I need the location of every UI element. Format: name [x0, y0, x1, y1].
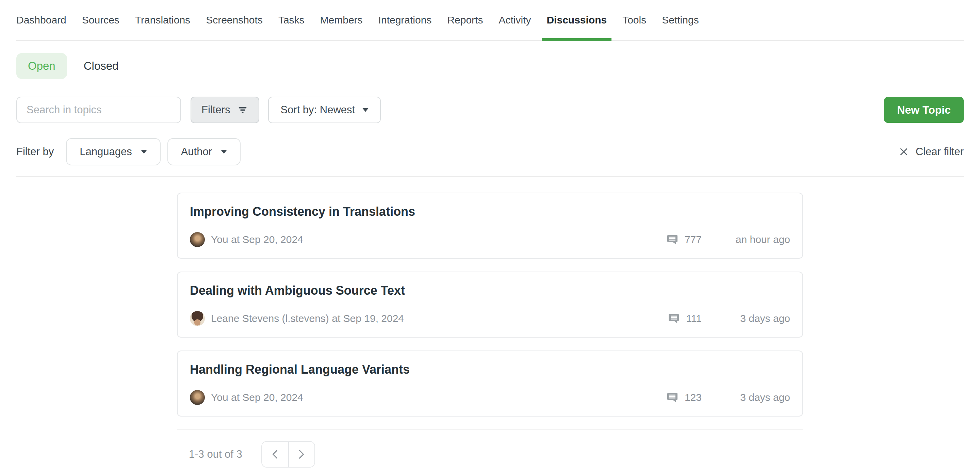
discussion-card[interactable]: Improving Consistency in Translations Yo…	[177, 192, 803, 259]
sort-button-label: Sort by: Newest	[280, 104, 355, 116]
prev-page-button[interactable]	[262, 442, 288, 467]
author-line: You at Sep 20, 2024	[211, 392, 666, 403]
nav-item-screenshots[interactable]: Screenshots	[206, 0, 263, 40]
chevron-right-icon	[298, 450, 305, 459]
languages-dropdown[interactable]: Languages	[66, 138, 160, 165]
author-dropdown[interactable]: Author	[167, 138, 240, 165]
comment-count-group: 777	[666, 234, 702, 246]
nav-item-tasks[interactable]: Tasks	[278, 0, 305, 40]
caret-down-icon	[363, 108, 369, 112]
top-nav: Dashboard Sources Translations Screensho…	[16, 0, 964, 41]
last-activity-time: an hour ago	[715, 234, 790, 245]
clear-filter-button[interactable]: Clear filter	[899, 146, 964, 158]
discussion-meta: Leane Stevens (l.stevens) at Sep 19, 202…	[190, 311, 790, 326]
filters-button-label: Filters	[202, 104, 230, 116]
avatar	[190, 232, 205, 247]
discussion-title[interactable]: Dealing with Ambiguous Source Text	[190, 283, 790, 299]
nav-item-members[interactable]: Members	[320, 0, 363, 40]
discussions-page: Dashboard Sources Translations Screensho…	[0, 0, 980, 467]
status-tabs: Open Closed	[16, 53, 964, 79]
tab-open[interactable]: Open	[16, 53, 67, 79]
new-topic-button[interactable]: New Topic	[884, 97, 964, 123]
nav-item-activity[interactable]: Activity	[498, 0, 531, 40]
pager-group	[261, 441, 315, 467]
nav-item-integrations[interactable]: Integrations	[379, 0, 432, 40]
close-icon	[899, 147, 909, 157]
tab-open-label: Open	[28, 60, 56, 73]
caret-down-icon	[141, 150, 147, 154]
nav-item-reports[interactable]: Reports	[447, 0, 483, 40]
last-activity-time: 3 days ago	[715, 392, 790, 403]
next-page-button[interactable]	[288, 442, 314, 467]
comment-icon	[666, 391, 679, 404]
filters-button[interactable]: Filters	[191, 97, 259, 123]
author-line: You at Sep 20, 2024	[211, 234, 666, 245]
nav-item-tools[interactable]: Tools	[622, 0, 646, 40]
comment-count: 777	[685, 234, 702, 245]
pagination: 1-3 out of 3	[177, 441, 803, 467]
list-footer-divider	[177, 429, 803, 430]
comment-count: 123	[685, 392, 702, 403]
nav-item-translations[interactable]: Translations	[135, 0, 190, 40]
avatar	[190, 311, 205, 326]
discussion-meta: You at Sep 20, 2024 123 3 days a	[190, 390, 790, 405]
discussion-title[interactable]: Improving Consistency in Translations	[190, 203, 790, 220]
nav-item-discussions[interactable]: Discussions	[546, 0, 607, 40]
discussion-list: Improving Consistency in Translations Yo…	[177, 192, 803, 467]
toolbar: Filters Sort by: Newest New Topic	[16, 97, 964, 123]
filter-by-label: Filter by	[16, 146, 54, 158]
tab-closed[interactable]: Closed	[84, 60, 119, 73]
author-line: Leane Stevens (l.stevens) at Sep 19, 202…	[211, 313, 668, 324]
discussion-title[interactable]: Handling Regional Language Variants	[190, 361, 790, 378]
sort-button[interactable]: Sort by: Newest	[268, 97, 381, 123]
comment-count-group: 111	[668, 312, 702, 325]
comment-icon	[668, 312, 680, 325]
filter-lines-icon	[237, 104, 248, 116]
section-divider	[16, 176, 964, 177]
author-dropdown-label: Author	[181, 146, 212, 158]
discussion-meta: You at Sep 20, 2024 777 an hour	[190, 232, 790, 247]
clear-filter-label: Clear filter	[916, 146, 964, 158]
search-input[interactable]	[16, 97, 181, 123]
nav-item-sources[interactable]: Sources	[82, 0, 119, 40]
discussion-card[interactable]: Dealing with Ambiguous Source Text Leane…	[177, 272, 803, 338]
comment-count-group: 123	[666, 391, 702, 404]
discussion-card[interactable]: Handling Regional Language Variants You …	[177, 351, 803, 416]
avatar	[190, 390, 205, 405]
tab-closed-label: Closed	[84, 60, 119, 72]
comment-count: 111	[686, 313, 702, 324]
page-summary: 1-3 out of 3	[189, 448, 242, 461]
filter-bar: Filter by Languages Author	[16, 138, 964, 165]
comment-icon	[666, 234, 679, 246]
nav-item-settings[interactable]: Settings	[662, 0, 698, 40]
last-activity-time: 3 days ago	[715, 313, 790, 324]
caret-down-icon	[221, 150, 227, 154]
chevron-left-icon	[271, 450, 279, 459]
languages-dropdown-label: Languages	[80, 146, 132, 158]
nav-item-dashboard[interactable]: Dashboard	[16, 0, 66, 40]
